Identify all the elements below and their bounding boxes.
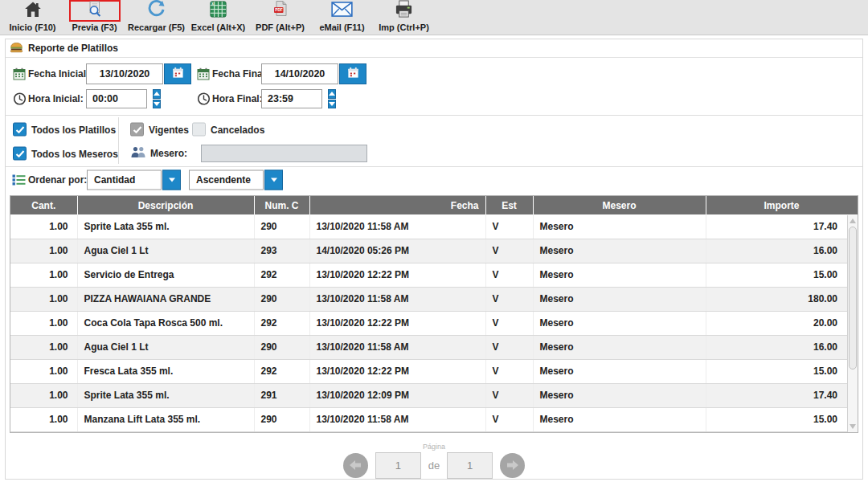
todos-platillos-checkbox[interactable] [13, 123, 27, 137]
column-header-cant[interactable]: Cant. [10, 196, 77, 214]
spinner-down-button[interactable] [328, 100, 336, 109]
table-row[interactable]: 1.00 Sprite Lata 355 ml. 291 13/10/2020 … [10, 383, 858, 407]
next-page-button[interactable] [500, 453, 525, 478]
cell-num-c: 291 [254, 383, 309, 407]
cell-num-c: 290 [254, 407, 309, 431]
recargar-button[interactable]: Recargar (F5) [125, 0, 187, 35]
vertical-divider [118, 117, 119, 164]
column-header-mesero[interactable]: Mesero [533, 196, 706, 214]
pdf-button[interactable]: PDF PDF (Alt+P) [249, 0, 311, 35]
vigentes-checkbox[interactable] [130, 123, 144, 137]
cell-mesero: Mesero [533, 335, 706, 359]
spinner-up-button[interactable] [153, 89, 161, 99]
triangle-down-icon [329, 102, 335, 106]
table-body: 1.00 Sprite Lata 355 ml. 290 13/10/2020 … [10, 214, 858, 431]
table-row[interactable]: 1.00 Fresca Lata 355 ml. 292 13/10/2020 … [10, 359, 858, 383]
report-header: Reporte de Platillos [6, 39, 862, 58]
cell-num-c: 290 [254, 287, 309, 311]
excel-button[interactable]: x Excel (Alt+X) [187, 0, 249, 35]
check-icon [133, 125, 142, 133]
calendar-green-icon [13, 67, 26, 80]
column-header-num-c[interactable]: Num. C [254, 196, 309, 214]
cell-descripcion: Servicio de Entrega [77, 263, 254, 287]
inicio-button[interactable]: Inicio (F10) [2, 0, 63, 35]
fecha-final-input[interactable] [261, 63, 338, 84]
ordenar-campo-dropdown-button[interactable] [162, 169, 181, 190]
fecha-final-calendar-button[interactable] [339, 63, 366, 84]
calendar-picker-icon [172, 67, 184, 82]
fecha-inicial-label: Fecha Inicial: [28, 68, 89, 80]
mesero-label: Mesero: [150, 148, 187, 159]
report-table-container: Cant. Descripción Num. C Fecha Est Meser… [10, 195, 858, 433]
mesero-input[interactable] [201, 145, 367, 162]
imprimir-button[interactable]: Imp (Ctrl+P) [373, 0, 435, 35]
current-page-input[interactable] [375, 452, 421, 479]
scroll-up-button[interactable] [848, 216, 858, 226]
cell-descripcion: Coca Cola Tapa Rosca 500 ml. [77, 311, 254, 335]
email-button[interactable]: eMail (F11) [311, 0, 373, 35]
table-row[interactable]: 1.00 Agua Ciel 1 Lt 290 13/10/2020 11:58… [10, 335, 858, 359]
todos-meseros-checkbox[interactable] [13, 147, 27, 161]
cancelados-group: Cancelados [192, 123, 264, 137]
column-header-fecha[interactable]: Fecha [309, 196, 485, 214]
spinner-down-button[interactable] [153, 100, 161, 109]
cell-num-c: 290 [254, 214, 309, 239]
column-header-descripcion[interactable]: Descripción [77, 196, 254, 214]
cell-cant: 1.00 [10, 263, 77, 287]
previous-page-button[interactable] [343, 453, 368, 478]
ordenar-direccion-dropdown-button[interactable] [264, 169, 283, 190]
fecha-row: Fecha Inicial: Fecha Final: [6, 61, 862, 87]
previa-label: Previa (F3) [72, 22, 117, 32]
hora-final-label: Hora Final: [212, 93, 263, 104]
ordenar-campo-value: Cantidad [94, 174, 135, 186]
cell-mesero: Mesero [533, 311, 706, 335]
table-row[interactable]: 1.00 PIZZA HAWAIANA GRANDE 290 13/10/202… [10, 287, 858, 311]
column-header-est[interactable]: Est [485, 196, 533, 214]
cell-est: V [485, 335, 533, 359]
email-label: eMail (F11) [319, 22, 364, 32]
calendar-green-icon [197, 67, 210, 80]
total-pages-input[interactable] [447, 452, 493, 479]
triangle-down-icon [850, 424, 856, 429]
cell-est: V [485, 359, 533, 383]
cell-descripcion: Sprite Lata 355 ml. [77, 214, 254, 239]
scroll-down-button[interactable] [848, 422, 858, 431]
cell-importe: 15.00 [706, 359, 858, 383]
cell-descripcion: Fresca Lata 355 ml. [77, 359, 254, 383]
cell-mesero: Mesero [533, 287, 706, 311]
todos-platillos-group: Todos los Platillos [13, 123, 116, 137]
previa-button[interactable]: Previa (F3) [63, 0, 125, 35]
spinner-up-button[interactable] [328, 89, 336, 99]
report-table: Cant. Descripción Num. C Fecha Est Meser… [10, 196, 858, 432]
email-icon [331, 2, 353, 20]
ordenar-campo-select[interactable]: Cantidad [87, 169, 162, 190]
cell-descripcion: PIZZA HAWAIANA GRANDE [77, 287, 254, 311]
fecha-final-label: Fecha Final: [212, 68, 268, 80]
table-row[interactable]: 1.00 Coca Cola Tapa Rosca 500 ml. 292 13… [10, 311, 858, 335]
fecha-inicial-calendar-button[interactable] [164, 63, 191, 84]
hora-inicial-input[interactable] [86, 89, 147, 108]
triangle-up-icon [154, 92, 160, 96]
pdf-icon: PDF [271, 0, 290, 22]
page-title: Reporte de Platillos [28, 43, 118, 54]
hora-final-input[interactable] [261, 89, 322, 108]
cell-num-c: 293 [254, 239, 309, 263]
page-separator-label: de [428, 459, 440, 472]
column-header-importe[interactable]: Importe [706, 196, 858, 214]
cell-fecha: 13/10/2020 12:22 PM [309, 359, 485, 383]
cancelados-checkbox[interactable] [192, 123, 206, 137]
table-row[interactable]: 1.00 Agua Ciel 1 Lt 293 14/10/2020 05:26… [10, 239, 858, 263]
ordenar-direccion-select[interactable]: Ascendente [189, 169, 264, 190]
fecha-inicial-input[interactable] [86, 63, 163, 84]
table-row[interactable]: 1.00 Sprite Lata 355 ml. 290 13/10/2020 … [10, 214, 858, 239]
scrollbar-thumb[interactable] [849, 227, 857, 370]
vertical-scrollbar[interactable] [847, 215, 858, 432]
ordenar-direccion-value: Ascendente [196, 174, 251, 186]
mesero-group: Mesero: [130, 145, 367, 162]
sort-list-icon [12, 174, 26, 186]
table-row[interactable]: 1.00 Servicio de Entrega 292 13/10/2020 … [10, 263, 858, 287]
excel-icon: x [208, 0, 228, 22]
table-row[interactable]: 1.00 Manzana Lift Lata 355 ml. 290 13/10… [10, 407, 858, 431]
cell-fecha: 14/10/2020 05:26 PM [309, 239, 485, 263]
cell-importe: 15.00 [706, 263, 858, 287]
